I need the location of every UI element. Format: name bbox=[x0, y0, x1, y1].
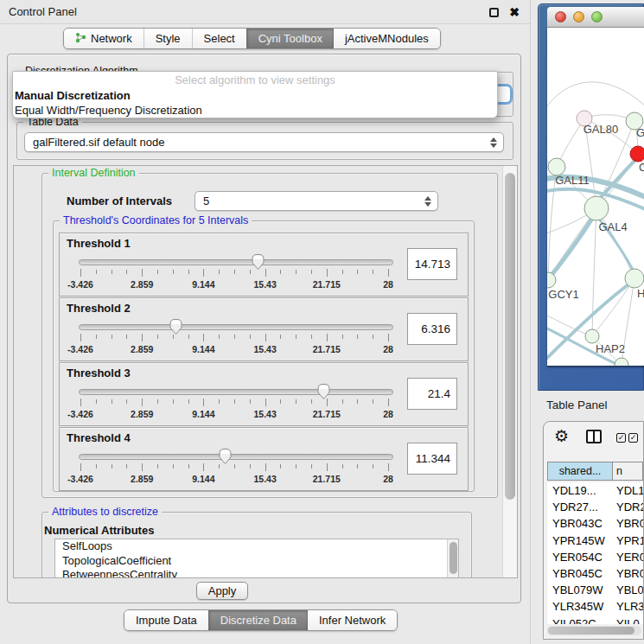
slider-tick bbox=[388, 334, 389, 341]
numerical-attributes-list[interactable]: SelfLoopsTopologicalCoefficientBetweenne… bbox=[54, 539, 459, 578]
zoom-traffic-light-icon[interactable] bbox=[591, 11, 603, 22]
network-edge[interactable] bbox=[592, 208, 596, 336]
list-scrollbar[interactable] bbox=[447, 539, 458, 577]
slider-tick bbox=[234, 464, 235, 469]
tab-label: Discretize Data bbox=[220, 614, 296, 627]
close-icon[interactable]: ✖ bbox=[509, 4, 520, 20]
slider-tick bbox=[188, 335, 189, 339]
slider-tick-label: -3.426 bbox=[61, 474, 100, 484]
table-panel: ⚙ shared...n YDL19...YDL1YDR27...YDR2YBR… bbox=[543, 421, 644, 640]
attribute-list-item[interactable]: SelfLoops bbox=[55, 539, 458, 554]
attribute-list-item[interactable]: TopologicalCoefficient bbox=[55, 554, 458, 569]
slider-thumb[interactable] bbox=[169, 318, 183, 335]
tab-infer-network[interactable]: Infer Network bbox=[308, 610, 397, 630]
network-canvas[interactable]: GAL80GACGAL11GAL4GCY1HHAP2 bbox=[547, 28, 644, 366]
threshold-value-box[interactable]: 14.713 bbox=[407, 248, 457, 280]
settings-vertical-scrollbar[interactable] bbox=[502, 166, 517, 577]
tab-network[interactable]: Network bbox=[64, 29, 143, 48]
network-window-titlebar[interactable] bbox=[547, 7, 644, 28]
network-node-gal11[interactable] bbox=[548, 158, 565, 175]
combobox-stepper-icon bbox=[424, 195, 431, 207]
algorithm-option-manual-discretization[interactable]: Manual Discretization bbox=[13, 88, 497, 103]
table-row[interactable]: YER054CYER0 bbox=[547, 549, 643, 565]
close-traffic-light-icon[interactable] bbox=[555, 11, 566, 22]
table-row[interactable]: YBL079WYBL0 bbox=[547, 582, 643, 598]
threshold-label: Threshold 2 bbox=[67, 302, 131, 315]
table-row[interactable]: YBR043CYBR0 bbox=[547, 515, 643, 532]
tab-jactivemnodules[interactable]: jActiveMNodules bbox=[334, 29, 440, 48]
table-row[interactable]: YPR145WYPR1 bbox=[547, 532, 643, 549]
slider-thumb[interactable] bbox=[218, 448, 233, 465]
slider-track[interactable] bbox=[79, 259, 393, 265]
attribute-list-item[interactable]: BetweennessCentrality bbox=[55, 568, 458, 578]
scrollbar-thumb[interactable] bbox=[505, 173, 515, 500]
control-panel-titlebar[interactable]: Control Panel ✖ bbox=[0, 0, 530, 24]
slider-tick bbox=[388, 269, 389, 277]
column-header-shared-[interactable]: shared... bbox=[547, 462, 613, 481]
table-horizontal-scrollbar[interactable] bbox=[547, 626, 641, 635]
tab-select[interactable]: Select bbox=[192, 29, 246, 48]
slider-track[interactable] bbox=[79, 389, 393, 395]
table-data-selected-value: galFiltered.sif default node bbox=[33, 133, 164, 151]
slider-tick-label: 28 bbox=[368, 279, 408, 290]
network-node-h[interactable] bbox=[625, 269, 644, 288]
network-node[interactable] bbox=[615, 358, 628, 366]
table-row[interactable]: YDL19...YDL1 bbox=[547, 482, 643, 499]
table-data-combobox[interactable]: galFiltered.sif default node bbox=[24, 132, 504, 152]
slider-tick bbox=[265, 334, 266, 341]
threshold-value-box[interactable]: 11.344 bbox=[407, 443, 457, 475]
slider-tick bbox=[296, 464, 296, 469]
slider-tick bbox=[280, 399, 281, 404]
slider-tick-label: 28 bbox=[368, 409, 408, 419]
column-header-n[interactable]: n bbox=[613, 462, 643, 481]
threshold-slider[interactable]: -3.4262.8599.14415.4321.71528 bbox=[79, 382, 393, 425]
minimize-traffic-light-icon[interactable] bbox=[573, 11, 584, 22]
float-window-icon[interactable] bbox=[489, 8, 499, 17]
scrollbar-thumb[interactable] bbox=[548, 627, 634, 634]
slider-thumb[interactable] bbox=[251, 253, 265, 271]
network-node-label: C bbox=[639, 161, 644, 174]
slider-tick bbox=[327, 269, 328, 277]
table-row[interactable]: YIL052CYIL0 bbox=[547, 615, 643, 625]
network-node-gal4[interactable] bbox=[584, 196, 609, 220]
network-edge[interactable] bbox=[547, 82, 644, 114]
network-node-hap2[interactable] bbox=[585, 329, 599, 343]
slider-tick-label: 15.43 bbox=[245, 344, 285, 354]
slider-tick bbox=[280, 270, 281, 274]
split-column-icon[interactable] bbox=[586, 430, 602, 443]
tab-label: Select bbox=[204, 32, 235, 45]
slider-track[interactable] bbox=[79, 324, 393, 330]
table-cell: YLR345W bbox=[547, 598, 613, 615]
table-row[interactable]: YBR045CYBR0 bbox=[547, 565, 643, 582]
slider-thumb[interactable] bbox=[316, 383, 331, 400]
threshold-slider[interactable]: -3.4262.8599.14415.4321.71528 bbox=[79, 317, 393, 360]
slider-track[interactable] bbox=[79, 454, 393, 460]
table-row[interactable]: YLR345WYLR3 bbox=[547, 598, 643, 615]
group-title-interval-definition: Interval Definition bbox=[48, 167, 139, 180]
apply-button[interactable]: Apply bbox=[196, 582, 248, 600]
table-cell: YIL052C bbox=[547, 615, 613, 625]
checkbox-icon[interactable] bbox=[628, 433, 638, 443]
tab-cyni-toolbox[interactable]: Cyni Toolbox bbox=[246, 29, 334, 48]
table-cell: YPR145W bbox=[547, 532, 613, 549]
slider-tick-label: 15.43 bbox=[245, 279, 285, 290]
table-cell: YBL079W bbox=[547, 582, 613, 598]
algorithm-option-equal-width-frequency-discretization[interactable]: Equal Width/Frequency Discretization bbox=[13, 103, 497, 118]
threshold-value-box[interactable]: 6.316 bbox=[407, 313, 457, 345]
threshold-slider[interactable]: -3.4262.8599.14415.4321.71528 bbox=[79, 447, 393, 490]
slider-tick bbox=[250, 270, 251, 274]
number-of-intervals-combobox[interactable]: 5 bbox=[194, 191, 438, 211]
threshold-slider[interactable]: -3.4262.8599.14415.4321.71528 bbox=[79, 252, 393, 296]
panel-divider[interactable] bbox=[530, 0, 531, 644]
threshold-value-box[interactable]: 21.4 bbox=[407, 378, 457, 410]
table-row[interactable]: YDR27...YDR2 bbox=[547, 499, 643, 515]
application-window: Control Panel ✖ NetworkStyleSelectCyni T… bbox=[0, 0, 644, 644]
checkbox-icon[interactable] bbox=[616, 433, 626, 443]
network-node-c[interactable] bbox=[630, 146, 644, 162]
slider-tick bbox=[373, 464, 373, 469]
tab-discretize-data[interactable]: Discretize Data bbox=[208, 610, 308, 630]
gear-icon[interactable]: ⚙ bbox=[554, 426, 569, 447]
tab-style[interactable]: Style bbox=[143, 29, 192, 48]
tab-impute-data[interactable]: Impute Data bbox=[124, 610, 208, 630]
slider-tick bbox=[157, 464, 158, 469]
